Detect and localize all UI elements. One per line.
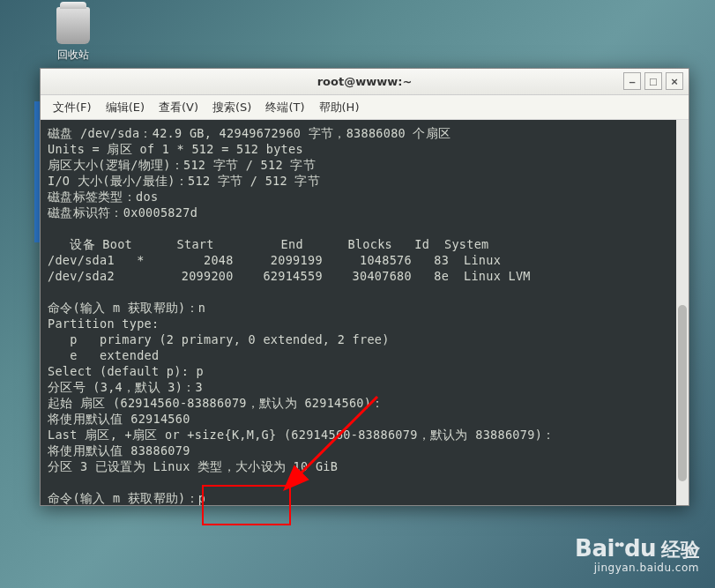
menu-view[interactable]: 查看(V) [152,96,205,119]
menu-help[interactable]: 帮助(H) [312,96,367,119]
close-button[interactable]: × [666,72,683,90]
watermark-logo: Bai⦁⦁du经验 [575,535,699,563]
maximize-button[interactable]: □ [644,72,662,90]
menu-search[interactable]: 搜索(S) [205,96,258,119]
window-titlebar[interactable]: root@wwww:~ – □ × [41,69,689,95]
terminal-window: root@wwww:~ – □ × 文件(F) 编辑(E) 查看(V) 搜索(S… [40,68,689,506]
minimize-button[interactable]: – [623,72,641,90]
trash-icon [56,7,90,44]
watermark-url: jingyan.baidu.com [575,562,699,574]
menu-edit[interactable]: 编辑(E) [99,96,152,119]
scrollbar[interactable] [676,120,689,505]
window-title: root@wwww:~ [317,75,413,88]
trash-label: 回收站 [51,48,95,63]
watermark: Bai⦁⦁du经验 jingyan.baidu.com [575,535,699,574]
menu-file[interactable]: 文件(F) [46,96,99,119]
desktop-trash[interactable]: 回收站 [51,7,95,63]
menu-terminal[interactable]: 终端(T) [258,96,311,119]
paw-icon: ⦁⦁ [614,536,624,553]
terminal-body[interactable]: 磁盘 /dev/sda：42.9 GB, 42949672960 字节，8388… [41,120,689,505]
window-controls: – □ × [623,72,683,90]
scrollbar-thumb[interactable] [678,305,687,481]
menubar: 文件(F) 编辑(E) 查看(V) 搜索(S) 终端(T) 帮助(H) [41,95,689,120]
